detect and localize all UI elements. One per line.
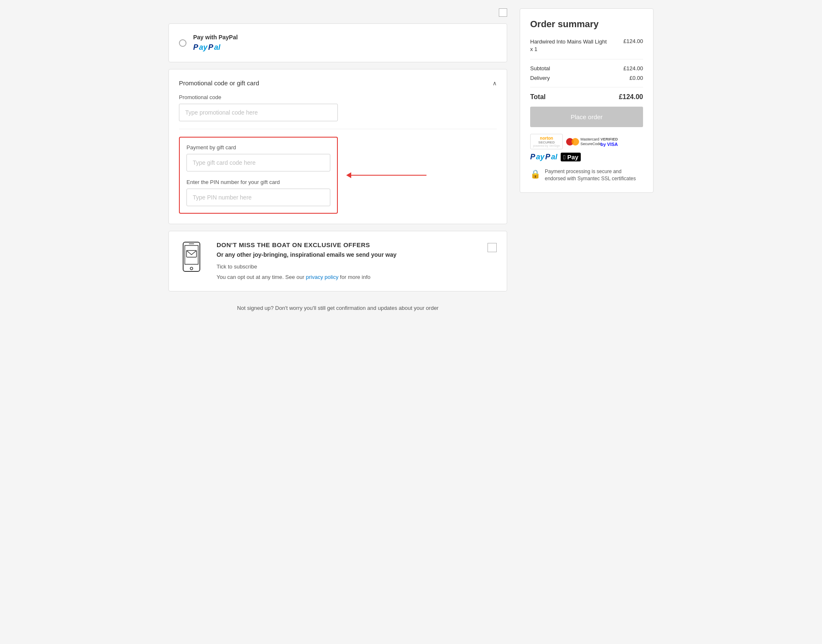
paypal-al: al (214, 43, 220, 52)
paypal-section: Pay with PayPal P ay P al (168, 23, 507, 62)
order-item-price: £124.00 (623, 38, 643, 53)
summary-divider-2 (530, 87, 643, 87)
paypal-logo: P ay P al (193, 43, 238, 52)
svg-point-2 (190, 267, 193, 270)
mc-circle-yellow (572, 138, 579, 146)
newsletter-section: DON'T MISS THE BOAT ON EXCLUSIVE OFFERS … (168, 231, 507, 291)
paypal-label: Pay with PayPal (193, 34, 238, 41)
newsletter-description: You can opt out at any time. See our pri… (217, 273, 479, 281)
order-item-row: Hardwired Into Mains Wall Light x 1 £124… (530, 38, 643, 53)
newsletter-privacy-link[interactable]: privacy policy (306, 274, 338, 280)
promo-code-group: Promotional code (179, 94, 338, 121)
subtotal-label: Subtotal (530, 65, 550, 72)
red-arrow-indicator (346, 172, 426, 178)
visa-text: by VISA (600, 142, 618, 147)
promo-section-title: Promotional code or gift card (179, 79, 259, 87)
summary-total-row: Total £124.00 (530, 93, 643, 101)
arrow-head (346, 172, 351, 178)
total-value: £124.00 (619, 93, 643, 101)
apple-pay-badge:  Pay (561, 153, 581, 161)
place-order-button[interactable]: Place order (530, 107, 643, 127)
paypal-ay: ay (199, 43, 207, 52)
order-summary-title: Order summary (530, 19, 643, 30)
newsletter-subtitle: Or any other joy-bringing, inspirational… (217, 251, 479, 259)
gift-card-group: Payment by gift card (186, 144, 330, 171)
paypal-radio[interactable] (179, 39, 186, 47)
newsletter-tick-label: Tick to subscribe (217, 263, 479, 270)
paypal-p2: P (208, 43, 213, 52)
newsletter-desc-suffix: for more info (338, 274, 370, 280)
gift-card-highlight-box: Payment by gift card Enter the PIN numbe… (179, 137, 338, 214)
promo-code-label: Promotional code (179, 94, 338, 100)
newsletter-content: DON'T MISS THE BOAT ON EXCLUSIVE OFFERS … (217, 241, 479, 281)
norton-badge: norton SECURED powered by VeriSign (530, 134, 563, 149)
pin-label: Enter the PIN number for your gift card (186, 179, 330, 185)
norton-top-text: norton (540, 136, 553, 141)
promo-code-input[interactable] (179, 104, 338, 121)
verified-visa-badge: VERIFIED by VISA (600, 136, 618, 147)
summary-divider-1 (530, 59, 643, 59)
secure-processing-row: 🔒 Payment processing is secure and endor… (530, 168, 643, 182)
newsletter-checkbox[interactable] (488, 243, 497, 252)
bottom-note: Not signed up? Don't worry you'll still … (168, 298, 507, 318)
lock-icon: 🔒 (530, 168, 541, 180)
gift-card-label: Payment by gift card (186, 144, 330, 151)
paypal-trust-badge: P ay P al (530, 153, 557, 161)
verified-text: VERIFIED (600, 137, 618, 141)
paypal-p: P (193, 43, 198, 52)
order-item-name: Hardwired Into Mains Wall Light x 1 (530, 38, 619, 53)
phone-icon (179, 241, 204, 275)
newsletter-title: DON'T MISS THE BOAT ON EXCLUSIVE OFFERS (217, 241, 479, 248)
section-divider (179, 129, 497, 129)
pin-group: Enter the PIN number for your gift card (186, 179, 330, 206)
delivery-value: £0.00 (629, 75, 643, 81)
save-card-checkbox[interactable] (499, 8, 507, 17)
newsletter-desc-prefix: You can opt out at any time. See our (217, 274, 306, 280)
subtotal-value: £124.00 (623, 65, 643, 72)
secure-text: Payment processing is secure and endorse… (545, 168, 643, 182)
arrow-line (351, 175, 426, 176)
pin-input[interactable] (186, 189, 330, 206)
order-summary-card: Order summary Hardwired Into Mains Wall … (520, 8, 654, 193)
mastercard-text: Mastercard SecureCode (580, 137, 597, 146)
summary-subtotal-row: Subtotal £124.00 (530, 65, 643, 72)
norton-secured-text: SECURED (539, 141, 555, 144)
chevron-up-icon[interactable]: ∧ (493, 80, 497, 87)
promo-gift-section: Promotional code or gift card ∧ Promotio… (168, 69, 507, 224)
total-label: Total (530, 93, 546, 101)
summary-delivery-row: Delivery £0.00 (530, 75, 643, 81)
gift-card-row: Payment by gift card Enter the PIN numbe… (179, 137, 497, 214)
trust-badges: norton SECURED powered by VeriSign Maste… (530, 134, 643, 161)
gift-card-input[interactable] (186, 154, 330, 171)
norton-by-text: powered by VeriSign (533, 144, 560, 147)
mastercard-securecode: Mastercard SecureCode (566, 137, 597, 146)
delivery-label: Delivery (530, 75, 550, 81)
phone-illustration (179, 241, 208, 276)
